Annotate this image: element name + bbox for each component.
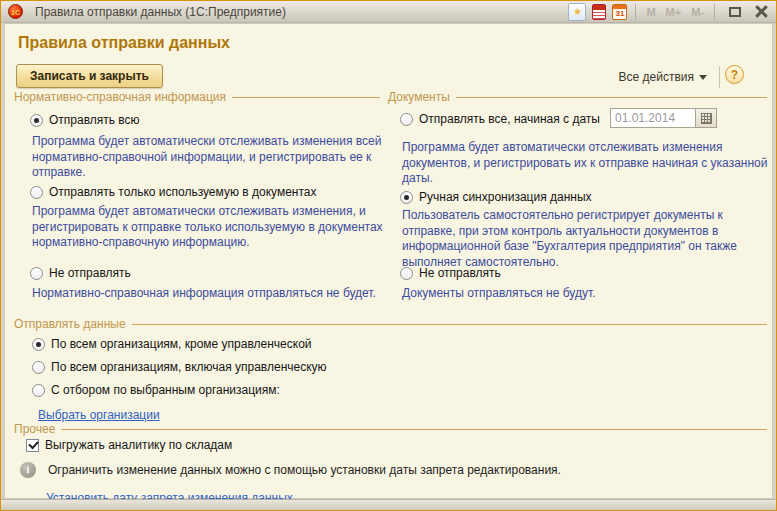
page-title: Правила отправки данных: [18, 34, 230, 52]
group-other: Прочее Выгружать аналитику по складам i …: [14, 422, 767, 511]
radio-icon: [32, 384, 45, 397]
info-row: i Ограничить изменение данных можно с по…: [20, 462, 767, 478]
titlebar-separator: [635, 4, 636, 20]
option-description: Нормативно-справочная информация отправл…: [32, 286, 392, 302]
group-documents: Документы Отправлять все, начиная с даты…: [388, 90, 767, 320]
radio-icon: [400, 113, 413, 126]
radio-label: Отправлять только используемую в докумен…: [49, 185, 317, 199]
radio-do-not-send-nsi[interactable]: Не отправлять: [30, 266, 380, 280]
form-content: Правила отправки данных Записать и закры…: [4, 23, 773, 499]
start-date-field-group: [610, 108, 717, 128]
toolbar-separator: [719, 66, 720, 88]
radio-icon: [400, 191, 413, 204]
radio-label: Отправлять всю: [49, 113, 140, 127]
group-title: Прочее: [14, 422, 55, 436]
group-send-data: Отправлять данные По всем организациям, …: [14, 317, 767, 422]
window-title: Правила отправки данных (1С:Предприятие): [35, 5, 286, 19]
group-header: Документы: [388, 90, 767, 104]
help-button[interactable]: ?: [725, 65, 744, 84]
radio-send-all[interactable]: Отправлять всю: [30, 113, 380, 127]
info-text: Ограничить изменение данных можно с помо…: [48, 463, 561, 477]
chevron-down-icon: [699, 75, 707, 80]
app-window: 1С Правила отправки данных (1С:Предприят…: [0, 0, 777, 511]
group-title: Нормативно-справочная информация: [14, 90, 226, 104]
radio-all-orgs-including-management[interactable]: По всем организациям, включая управленче…: [32, 360, 767, 374]
checkbox-icon: [26, 439, 39, 452]
radio-icon: [30, 267, 43, 280]
date-picker-button[interactable]: [696, 108, 717, 128]
checkbox-label: Выгружать аналитику по складам: [45, 438, 232, 452]
radio-all-orgs-except-management[interactable]: По всем организациям, кроме управленческ…: [32, 337, 767, 351]
memory-m-minus-button[interactable]: М-: [689, 6, 706, 18]
maximize-button[interactable]: [729, 7, 741, 17]
radio-manual-sync[interactable]: Ручная синхронизация данных: [400, 190, 767, 204]
memory-m-plus-button[interactable]: М+: [664, 6, 684, 18]
radio-label: С отбором по выбранным организациям:: [51, 383, 280, 397]
radio-icon: [32, 338, 45, 351]
radio-icon: [30, 186, 43, 199]
group-header: Нормативно-справочная информация: [14, 90, 380, 104]
info-icon: i: [20, 462, 36, 478]
checkbox-export-warehouse-analytics[interactable]: Выгружать аналитику по складам: [26, 438, 767, 452]
radio-send-used-only[interactable]: Отправлять только используемую в докумен…: [30, 185, 380, 199]
radio-selected-orgs-filter[interactable]: С отбором по выбранным организациям:: [32, 383, 767, 397]
start-date-input[interactable]: [610, 108, 696, 128]
titlebar-icons: ★ 31 М М+ М-: [568, 3, 776, 21]
group-reference-info: Нормативно-справочная информация Отправл…: [14, 90, 380, 320]
favorites-icon[interactable]: ★: [568, 3, 586, 21]
option-description: Программа будет автоматически отслеживат…: [32, 134, 384, 181]
close-button[interactable]: [755, 5, 768, 18]
group-rule: [61, 429, 767, 430]
option-description: Документы отправляться не будут.: [402, 286, 772, 302]
calendar-grid-icon: [701, 113, 712, 124]
group-rule: [132, 324, 767, 325]
calendar-icon-day: 31: [613, 8, 626, 19]
radio-label: По всем организациям, кроме управленческ…: [51, 337, 312, 351]
option-description: Пользователь самостоятельно регистрирует…: [402, 208, 772, 270]
group-rule: [456, 97, 767, 98]
group-title: Отправлять данные: [14, 317, 126, 331]
radio-label: Ручная синхронизация данных: [419, 190, 592, 204]
group-rule: [232, 97, 380, 98]
group-header: Прочее: [14, 422, 767, 436]
group-title: Документы: [388, 90, 450, 104]
radio-do-not-send-documents[interactable]: Не отправлять: [400, 266, 767, 280]
option-description: Программа будет автоматически отслеживат…: [402, 140, 770, 187]
select-organizations-link[interactable]: Выбрать организации: [38, 408, 160, 422]
radio-icon: [32, 361, 45, 374]
radio-label: Не отправлять: [49, 266, 131, 280]
titlebar-separator: [714, 4, 715, 20]
radio-icon: [30, 114, 43, 127]
radio-label: Не отправлять: [419, 266, 501, 280]
save-and-close-button[interactable]: Записать и закрыть: [16, 64, 163, 88]
calculator-icon[interactable]: [592, 4, 606, 20]
calendar-icon[interactable]: 31: [612, 4, 627, 20]
all-actions-button[interactable]: Все действия: [619, 70, 707, 84]
group-header: Отправлять данные: [14, 317, 767, 331]
titlebar: 1С Правила отправки данных (1С:Предприят…: [1, 1, 776, 23]
star-icon: ★: [573, 7, 582, 17]
1c-logo-icon: 1С: [8, 4, 23, 19]
all-actions-label: Все действия: [619, 70, 694, 84]
option-description: Программа будет автоматически отслеживат…: [32, 204, 384, 251]
statusbar: [1, 499, 776, 510]
radio-label: По всем организациям, включая управленче…: [51, 360, 327, 374]
radio-label: Отправлять все, начиная с даты: [419, 112, 600, 126]
memory-m-button[interactable]: М: [644, 6, 657, 18]
radio-icon: [400, 267, 413, 280]
